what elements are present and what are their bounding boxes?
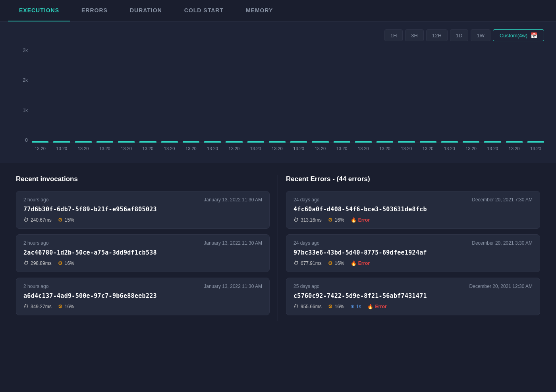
clock-icon-0 bbox=[23, 217, 29, 223]
err-clock-icon-2 bbox=[293, 303, 299, 309]
err-duration-0: 313.16ms bbox=[293, 217, 322, 223]
bar-col-9 bbox=[226, 141, 242, 143]
cpu-icon-0 bbox=[58, 217, 63, 223]
inv-abs-time-2: January 13, 2022 11:30 AM bbox=[204, 284, 262, 289]
calendar-icon: 📅 bbox=[531, 32, 537, 39]
err-cpu-0: 16% bbox=[328, 217, 344, 223]
inv-duration-0: 240.67ms bbox=[23, 217, 52, 223]
tab-cold-start[interactable]: COLD START bbox=[173, 0, 235, 21]
bar-col-19 bbox=[441, 141, 458, 143]
bar-col-18 bbox=[420, 141, 436, 143]
btn-3h[interactable]: 3H bbox=[405, 29, 424, 41]
inv-cpu-0: 15% bbox=[58, 217, 74, 223]
y-label-mid: 2k bbox=[12, 77, 28, 83]
inv-duration-2: 349.27ms bbox=[23, 303, 52, 309]
x-label-10: 13:20 bbox=[247, 146, 264, 151]
x-label-4: 13:20 bbox=[118, 146, 135, 151]
y-label-bot: 0 bbox=[12, 137, 28, 143]
bottom-section: Recent invocations 2 hours ago January 1… bbox=[0, 163, 556, 333]
inv-id-0: 77d6b30f-6db7-5f89-b21f-e956af805023 bbox=[23, 206, 262, 213]
err-label-0: Error bbox=[358, 217, 370, 223]
err-cpu-1: 16% bbox=[328, 260, 344, 266]
x-labels: 13:2013:2013:2013:2013:2013:2013:2013:20… bbox=[32, 146, 544, 151]
recent-errors-panel: Recent Errors - (44 errors) 24 days ago … bbox=[278, 175, 548, 321]
inv-rel-time-2: 2 hours ago bbox=[23, 284, 48, 289]
fire-icon-2 bbox=[367, 303, 373, 309]
bar-22 bbox=[506, 141, 523, 143]
err-duration-1: 677.91ms bbox=[293, 260, 322, 266]
inv-meta-1: 298.89ms 16% bbox=[23, 260, 262, 266]
inv-duration-val-0: 240.67ms bbox=[31, 217, 52, 223]
err-rel-time-1: 24 days ago bbox=[293, 240, 319, 246]
bar-19 bbox=[441, 141, 458, 143]
bar-20 bbox=[463, 141, 479, 143]
inv-abs-time-1: January 13, 2022 11:30 AM bbox=[204, 240, 262, 246]
x-label-12: 13:20 bbox=[290, 146, 307, 151]
inv-cpu-2: 16% bbox=[58, 303, 74, 309]
bolt-label-2: 1s bbox=[356, 304, 361, 309]
bar-col-2 bbox=[75, 141, 92, 143]
cpu-icon-2 bbox=[58, 303, 63, 309]
clock-icon-2 bbox=[23, 303, 29, 309]
err-duration-val-1: 677.91ms bbox=[301, 261, 322, 266]
bar-9 bbox=[226, 141, 242, 143]
invocation-card-1[interactable]: 2 hours ago January 13, 2022 11:30 AM 2a… bbox=[16, 234, 270, 272]
inv-duration-val-1: 298.89ms bbox=[31, 261, 52, 266]
inv-cpu-val-0: 15% bbox=[65, 217, 74, 223]
bar-13 bbox=[312, 141, 328, 143]
bar-10 bbox=[247, 141, 264, 143]
invocations-title: Recent invocations bbox=[16, 175, 270, 183]
err-id-1: 97bc33e6-43bd-5d40-8775-69dfee1924af bbox=[293, 249, 533, 256]
x-label-13: 13:20 bbox=[312, 146, 328, 151]
chart-section: 1H 3H 12H 1D 1W Custom(4w) 📅 2k 2k 1k 0 … bbox=[0, 21, 556, 163]
bar-col-23 bbox=[527, 141, 544, 143]
bar-5 bbox=[139, 141, 156, 143]
y-axis: 2k 2k 1k 0 bbox=[12, 48, 31, 143]
bar-col-22 bbox=[506, 141, 523, 143]
x-label-6: 13:20 bbox=[161, 146, 178, 151]
error-card-0[interactable]: 24 days ago December 20, 2021 7:30 AM 4f… bbox=[286, 191, 540, 229]
inv-abs-time-0: January 13, 2022 11:30 AM bbox=[204, 197, 262, 203]
tab-executions[interactable]: EXECUTIONS bbox=[8, 0, 70, 21]
err-cpu-icon-2 bbox=[328, 303, 333, 309]
x-label-21: 13:20 bbox=[484, 146, 501, 151]
x-label-18: 13:20 bbox=[420, 146, 436, 151]
tab-duration[interactable]: DURATION bbox=[119, 0, 173, 21]
inv-duration-val-2: 349.27ms bbox=[31, 304, 52, 309]
err-meta-0: 313.16ms 16% Error bbox=[293, 217, 533, 223]
errors-title: Recent Errors - (44 errors) bbox=[286, 175, 540, 183]
bar-14 bbox=[334, 141, 350, 143]
err-cpu-icon-0 bbox=[328, 217, 333, 223]
err-cpu-val-0: 16% bbox=[335, 217, 344, 223]
bolt-icon-2 bbox=[351, 303, 355, 309]
inv-duration-1: 298.89ms bbox=[23, 260, 52, 266]
err-abs-time-0: December 20, 2021 7:30 AM bbox=[472, 197, 533, 203]
error-card-1[interactable]: 24 days ago December 20, 2021 3:30 AM 97… bbox=[286, 234, 540, 272]
err-meta-1: 677.91ms 16% Error bbox=[293, 260, 533, 266]
x-label-1: 13:20 bbox=[53, 146, 70, 151]
inv-rel-time-0: 2 hours ago bbox=[23, 197, 48, 203]
inv-meta-0: 240.67ms 15% bbox=[23, 217, 262, 223]
error-card-2[interactable]: 25 days ago December 20, 2021 12:30 AM c… bbox=[286, 278, 540, 315]
err-badge-1: Error bbox=[351, 260, 370, 266]
err-label-2: Error bbox=[375, 304, 386, 309]
x-label-0: 13:20 bbox=[32, 146, 48, 151]
x-label-22: 13:20 bbox=[506, 146, 523, 151]
btn-custom[interactable]: Custom(4w) 📅 bbox=[493, 29, 544, 41]
btn-1h[interactable]: 1H bbox=[384, 29, 403, 41]
bar-col-5 bbox=[139, 141, 156, 143]
btn-12h[interactable]: 12H bbox=[426, 29, 448, 41]
inv-cpu-1: 16% bbox=[58, 260, 74, 266]
x-label-15: 13:20 bbox=[355, 146, 372, 151]
tab-memory[interactable]: MEMORY bbox=[235, 0, 284, 21]
bar-col-3 bbox=[97, 141, 113, 143]
btn-1w[interactable]: 1W bbox=[471, 29, 490, 41]
err-rel-time-0: 24 days ago bbox=[293, 197, 319, 203]
err-clock-icon-0 bbox=[293, 217, 299, 223]
invocation-card-2[interactable]: 2 hours ago January 13, 2022 11:30 AM a6… bbox=[16, 278, 270, 315]
tab-errors[interactable]: ERRORS bbox=[70, 0, 119, 21]
x-label-19: 13:20 bbox=[441, 146, 458, 151]
btn-1d[interactable]: 1D bbox=[450, 29, 469, 41]
invocation-card-0[interactable]: 2 hours ago January 13, 2022 11:30 AM 77… bbox=[16, 191, 270, 229]
inv-rel-time-1: 2 hours ago bbox=[23, 240, 48, 246]
